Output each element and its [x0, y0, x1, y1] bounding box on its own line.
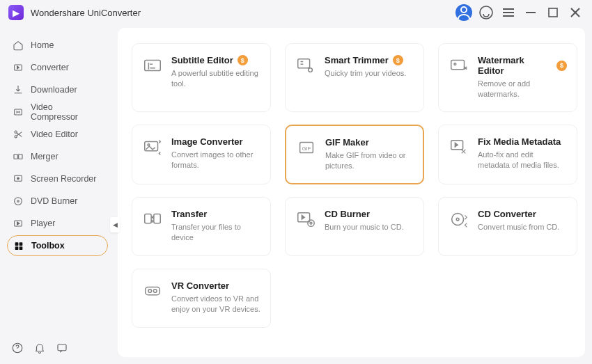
tool-title: Fix Media Metadata: [478, 136, 561, 147]
premium-badge-icon: $: [556, 61, 567, 71]
svg-point-39: [153, 289, 157, 292]
tool-card-transfer[interactable]: Transfer Transfer your files to device: [132, 197, 271, 256]
svg-rect-2: [549, 8, 557, 17]
svg-point-12: [17, 200, 20, 203]
svg-point-35: [452, 213, 464, 225]
tool-desc: Remove or add watermarks.: [478, 79, 567, 100]
bell-icon[interactable]: [33, 342, 46, 354]
app-title: Wondershare UniConverter: [31, 8, 141, 18]
cd-burn-icon: [295, 209, 316, 230]
watermark-icon: [449, 55, 469, 76]
disc-icon: [13, 196, 24, 207]
svg-point-11: [15, 198, 22, 205]
tool-card-vr-converter[interactable]: VR Converter Convert videos to VR and en…: [132, 269, 271, 328]
sidebar-item-video-compressor[interactable]: Video Compressor: [7, 102, 108, 122]
svg-point-36: [456, 218, 459, 221]
svg-rect-19: [58, 345, 66, 351]
svg-rect-16: [15, 246, 19, 250]
tool-desc: Make GIF from video or pictures.: [325, 150, 413, 172]
content-area: Subtitle Editor$ A powerful subtitle edi…: [118, 28, 585, 357]
tool-card-gif-maker[interactable]: GIF GIF Maker Make GIF from video or pic…: [285, 125, 424, 184]
sidebar-item-converter[interactable]: Converter: [7, 57, 108, 78]
tool-title: Subtitle Editor: [171, 55, 233, 65]
converter-icon: [13, 62, 24, 73]
sidebar: Home Converter Downloader Video Compress…: [0, 25, 115, 364]
gif-icon: GIF: [296, 137, 317, 158]
svg-point-34: [310, 222, 312, 224]
sidebar-item-dvd-burner[interactable]: DVD Burner: [7, 191, 108, 212]
svg-point-0: [461, 7, 467, 13]
tool-desc: Convert images to other formats.: [171, 150, 260, 171]
download-icon: [13, 84, 24, 95]
sidebar-item-home[interactable]: Home: [7, 35, 108, 56]
svg-point-33: [308, 220, 314, 226]
titlebar: ▶ Wondershare UniConverter: [0, 0, 592, 25]
svg-rect-31: [154, 214, 160, 223]
svg-rect-14: [15, 242, 19, 246]
tool-title: GIF Maker: [325, 137, 369, 148]
tool-card-cd-converter[interactable]: CD Converter Convert music from CD.: [438, 197, 577, 256]
merge-icon: [13, 151, 24, 162]
scissors-icon: [13, 129, 24, 140]
sidebar-item-label: Video Editor: [31, 129, 78, 139]
toolbox-icon: [13, 240, 24, 251]
tool-card-image-converter[interactable]: Image Converter Convert images to other …: [132, 125, 271, 184]
app-logo-icon: ▶: [8, 5, 24, 20]
tool-desc: A powerful subtitle editing tool.: [171, 68, 260, 90]
svg-rect-15: [20, 242, 23, 246]
tool-title: VR Converter: [171, 280, 229, 291]
svg-rect-37: [146, 287, 160, 294]
tool-title: CD Converter: [478, 209, 536, 219]
svg-point-10: [17, 177, 20, 180]
tool-title: Transfer: [171, 209, 207, 219]
sidebar-item-label: Merger: [31, 152, 59, 161]
tool-desc: Burn your music to CD.: [325, 222, 404, 232]
svg-rect-30: [145, 214, 151, 223]
sidebar-item-screen-recorder[interactable]: Screen Recorder: [7, 168, 108, 189]
cd-convert-icon: [449, 209, 469, 230]
vr-icon: [142, 280, 163, 301]
smart-trim-icon: [295, 55, 316, 76]
premium-badge-icon: $: [393, 55, 403, 65]
tool-title: Image Converter: [171, 136, 243, 147]
svg-rect-8: [19, 155, 22, 159]
menu-icon[interactable]: [500, 4, 517, 21]
tool-desc: Transfer your files to device: [171, 222, 260, 244]
svg-rect-23: [451, 61, 465, 70]
sidebar-item-label: Video Compressor: [31, 102, 102, 122]
compress-icon: [13, 106, 24, 118]
tool-desc: Convert music from CD.: [478, 222, 559, 232]
tool-card-cd-burner[interactable]: CD Burner Burn your music to CD.: [285, 197, 424, 256]
sidebar-item-label: Player: [31, 219, 55, 228]
tool-card-fix-metadata[interactable]: Fix Media Metadata Auto-fix and edit met…: [438, 125, 577, 184]
sidebar-item-player[interactable]: Player: [7, 213, 108, 234]
svg-rect-20: [145, 61, 161, 71]
help-icon[interactable]: [11, 342, 24, 354]
record-icon: [13, 173, 24, 184]
metadata-icon: [449, 136, 469, 157]
sidebar-item-video-editor[interactable]: Video Editor: [7, 124, 108, 145]
svg-rect-7: [14, 155, 17, 159]
tool-card-subtitle-editor[interactable]: Subtitle Editor$ A powerful subtitle edi…: [132, 43, 271, 112]
minimize-icon[interactable]: [522, 4, 539, 21]
tool-desc: Quicky trim your videos.: [325, 68, 406, 79]
close-icon[interactable]: [567, 4, 584, 21]
image-convert-icon: [142, 136, 163, 157]
tool-title: Watermark Editor: [478, 55, 552, 76]
sidebar-item-toolbox[interactable]: Toolbox: [7, 235, 108, 256]
svg-text:GIF: GIF: [302, 145, 311, 152]
transfer-icon: [142, 209, 163, 230]
tool-desc: Auto-fix and edit metadata of media file…: [478, 150, 567, 171]
sidebar-item-merger[interactable]: Merger: [7, 146, 108, 167]
tool-title: Smart Trimmer: [325, 55, 389, 65]
tool-card-watermark-editor[interactable]: Watermark Editor$ Remove or add watermar…: [438, 43, 577, 112]
sidebar-collapse-icon[interactable]: ◀: [110, 217, 120, 232]
feedback-icon[interactable]: [56, 342, 68, 354]
support-icon[interactable]: [478, 4, 494, 21]
account-avatar-icon[interactable]: [455, 4, 472, 21]
premium-badge-icon: $: [237, 55, 248, 65]
tool-card-smart-trimmer[interactable]: Smart Trimmer$ Quicky trim your videos.: [285, 43, 424, 112]
subtitle-icon: [142, 55, 163, 76]
sidebar-item-downloader[interactable]: Downloader: [7, 79, 108, 100]
maximize-icon[interactable]: [545, 4, 561, 21]
